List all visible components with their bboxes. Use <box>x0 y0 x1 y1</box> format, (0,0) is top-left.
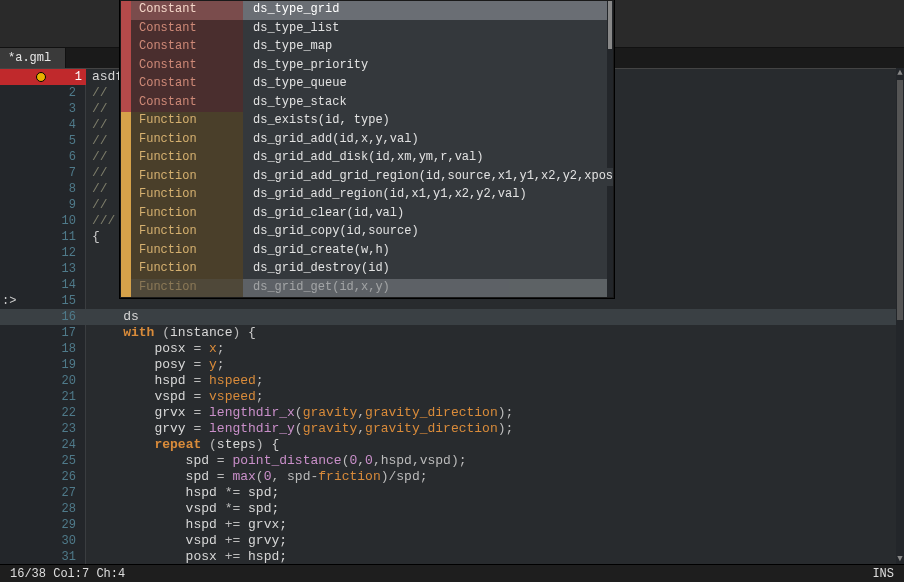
autocomplete-text: ds_type_priority <box>243 57 607 76</box>
code-text[interactable]: // <box>92 85 108 101</box>
code-text[interactable]: grvx = lengthdir_x(gravity,gravity_direc… <box>92 405 513 421</box>
autocomplete-item[interactable]: Functionds_grid_create(w,h) <box>121 242 607 261</box>
line-number: 11 <box>0 229 80 245</box>
status-bar: 16/38 Col:7 Ch:4 INS <box>0 564 904 582</box>
code-text[interactable]: // <box>92 101 108 117</box>
autocomplete-text: ds_grid_add_grid_region(id,source,x1,y1,… <box>243 168 614 187</box>
autocomplete-item[interactable]: Functionds_grid_destroy(id) <box>121 260 607 279</box>
autocomplete-item[interactable]: Functionds_grid_add_grid_region(id,sourc… <box>121 168 607 187</box>
autocomplete-item[interactable]: Constantds_type_stack <box>121 94 607 113</box>
scroll-thumb[interactable] <box>897 80 903 320</box>
autocomplete-item[interactable]: Functionds_grid_get(id,x,y) <box>121 279 607 298</box>
code-line[interactable]: 25 spd = point_distance(0,0,hspd,vspd); <box>0 453 896 469</box>
line-number: 23 <box>0 421 80 437</box>
autocomplete-kind: Constant <box>131 38 243 57</box>
code-text[interactable]: with (instance) { <box>92 325 256 341</box>
code-text[interactable]: hspd = hspeed; <box>92 373 264 389</box>
tab-bar: *a.gml <box>0 48 120 68</box>
line-number: 13 <box>0 261 80 277</box>
line-number: 22 <box>0 405 80 421</box>
autocomplete-kind: Function <box>131 223 243 242</box>
autocomplete-kind: Function <box>131 186 243 205</box>
code-line[interactable]: 21 vspd = vspeed; <box>0 389 896 405</box>
function-stripe-icon <box>121 149 131 168</box>
line-number: 16 <box>0 309 80 325</box>
code-text[interactable]: posx = x; <box>92 341 225 357</box>
autocomplete-item[interactable]: Functionds_grid_add_disk(id,xm,ym,r,val) <box>121 149 607 168</box>
code-line[interactable]: 31 posx += hspd; <box>0 549 896 565</box>
tab-file[interactable]: *a.gml <box>0 48 66 68</box>
breakpoint-marker[interactable]: 1 <box>0 69 86 85</box>
code-text[interactable]: hspd *= spd; <box>92 485 279 501</box>
code-line[interactable]: 22 grvx = lengthdir_x(gravity,gravity_di… <box>0 405 896 421</box>
code-line[interactable]: 19 posy = y; <box>0 357 896 373</box>
autocomplete-item[interactable]: Constantds_type_list <box>121 20 607 39</box>
function-stripe-icon <box>121 223 131 242</box>
autocomplete-kind: Constant <box>131 1 243 20</box>
autocomplete-item[interactable]: Constantds_type_priority <box>121 57 607 76</box>
autocomplete-text: ds_type_list <box>243 20 607 39</box>
line-number: 26 <box>0 469 80 485</box>
code-text[interactable]: // <box>92 181 108 197</box>
autocomplete-item[interactable]: Functionds_grid_add(id,x,y,val) <box>121 131 607 150</box>
code-text[interactable]: /// <box>92 213 115 229</box>
autocomplete-item[interactable]: Functionds_grid_clear(id,val) <box>121 205 607 224</box>
code-line[interactable]: 24 repeat (steps) { <box>0 437 896 453</box>
autocomplete-kind: Function <box>131 260 243 279</box>
code-line[interactable]: 29 hspd += grvx; <box>0 517 896 533</box>
autocomplete-item[interactable]: Constantds_type_grid <box>121 1 607 20</box>
autocomplete-item[interactable]: Functionds_grid_add_region(id,x1,y1,x2,y… <box>121 186 607 205</box>
autocomplete-kind: Function <box>131 168 243 187</box>
code-text[interactable]: repeat (steps) { <box>92 437 279 453</box>
code-text[interactable]: vspd = vspeed; <box>92 389 264 405</box>
editor-scrollbar[interactable]: ▲ ▼ <box>896 68 904 564</box>
autocomplete-item[interactable]: Constantds_type_map <box>121 38 607 57</box>
code-line[interactable]: 17 with (instance) { <box>0 325 896 341</box>
autocomplete-item[interactable]: Functionds_exists(id, type) <box>121 112 607 131</box>
code-line[interactable]: 23 grvy = lengthdir_y(gravity,gravity_di… <box>0 421 896 437</box>
autocomplete-item[interactable]: Constantds_type_queue <box>121 75 607 94</box>
scroll-down-icon[interactable]: ▼ <box>896 554 904 564</box>
code-text[interactable]: posy = y; <box>92 357 225 373</box>
code-line[interactable]: 28 vspd *= spd; <box>0 501 896 517</box>
autocomplete-scrollbar[interactable] <box>607 1 613 298</box>
code-line[interactable]: 27 hspd *= spd; <box>0 485 896 501</box>
autocomplete-item[interactable]: Functionds_grid_copy(id,source) <box>121 223 607 242</box>
constant-stripe-icon <box>121 57 131 76</box>
code-text[interactable]: vspd += grvy; <box>92 533 287 549</box>
code-line[interactable]: 16 ds <box>0 309 896 325</box>
autocomplete-text: ds_exists(id, type) <box>243 112 607 131</box>
code-text[interactable]: asdf <box>92 69 123 85</box>
code-text[interactable]: spd = point_distance(0,0,hspd,vspd); <box>92 453 467 469</box>
code-line[interactable]: 20 hspd = hspeed; <box>0 373 896 389</box>
code-text[interactable]: // <box>92 165 108 181</box>
code-text[interactable]: // <box>92 197 108 213</box>
line-number: 19 <box>0 357 80 373</box>
line-number: 5 <box>0 133 80 149</box>
code-text[interactable]: // <box>92 149 108 165</box>
autocomplete-kind: Constant <box>131 57 243 76</box>
autocomplete-text: ds_grid_create(w,h) <box>243 242 607 261</box>
autocomplete-scroll-thumb[interactable] <box>608 1 612 49</box>
line-number: 18 <box>0 341 80 357</box>
code-text[interactable]: { <box>92 229 100 245</box>
code-text[interactable]: vspd *= spd; <box>92 501 279 517</box>
function-stripe-icon <box>121 260 131 279</box>
code-text[interactable]: // <box>92 133 108 149</box>
autocomplete-text: ds_grid_copy(id,source) <box>243 223 607 242</box>
code-line[interactable]: 18 posx = x; <box>0 341 896 357</box>
autocomplete-text: ds_grid_destroy(id) <box>243 260 607 279</box>
breakpoint-icon <box>36 72 46 82</box>
code-text[interactable]: hspd += grvx; <box>92 517 287 533</box>
autocomplete-text: ds_grid_clear(id,val) <box>243 205 607 224</box>
autocomplete-popup[interactable]: Constantds_type_gridConstantds_type_list… <box>120 0 614 298</box>
line-number: 7 <box>0 165 80 181</box>
code-text[interactable]: ds <box>92 309 139 325</box>
code-text[interactable]: spd = max(0, spd-friction)/spd; <box>92 469 428 485</box>
code-text[interactable]: posx += hspd; <box>92 549 287 565</box>
code-line[interactable]: 30 vspd += grvy; <box>0 533 896 549</box>
code-line[interactable]: 26 spd = max(0, spd-friction)/spd; <box>0 469 896 485</box>
scroll-up-icon[interactable]: ▲ <box>896 68 904 78</box>
code-text[interactable]: grvy = lengthdir_y(gravity,gravity_direc… <box>92 421 513 437</box>
code-text[interactable]: // <box>92 117 108 133</box>
